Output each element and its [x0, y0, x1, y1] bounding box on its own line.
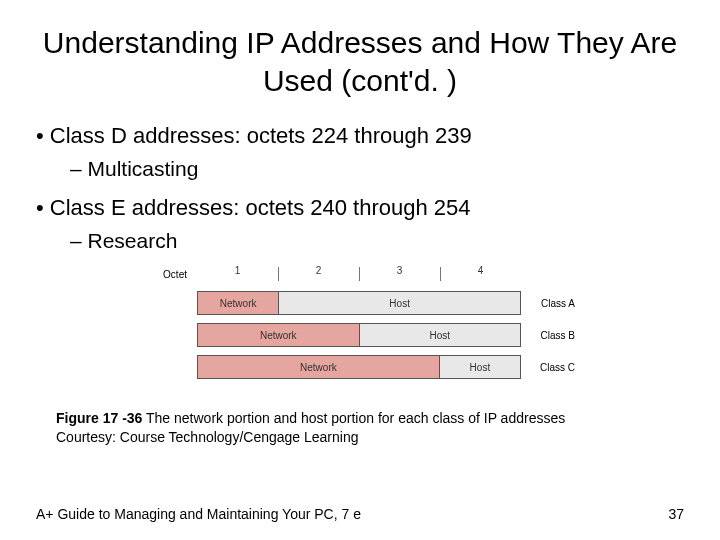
octet-4: 4 — [440, 265, 521, 283]
page-number: 37 — [668, 506, 684, 522]
class-c-label: Class C — [521, 355, 575, 379]
figure-caption-text: The network portion and host portion for… — [142, 410, 565, 426]
figure-credit: Courtesy: Course Technology/Cengage Lear… — [56, 429, 359, 445]
class-b-host: Host — [360, 324, 521, 346]
class-b-label: Class B — [521, 323, 575, 347]
bullet-list: Class D addresses: octets 224 through 23… — [36, 121, 684, 255]
class-c-network: Network — [198, 356, 440, 378]
octet-2: 2 — [278, 265, 359, 283]
slide-title: Understanding IP Addresses and How They … — [36, 24, 684, 99]
octet-numbers: 1 2 3 4 — [197, 265, 521, 283]
figure-caption: Figure 17 -36 The network portion and ho… — [36, 409, 684, 447]
ip-class-figure: Octet 1 2 3 4 Network Host Class A — [145, 265, 575, 379]
bullet-multicasting: Multicasting — [70, 155, 684, 183]
slide-footer: A+ Guide to Managing and Maintaining You… — [36, 506, 684, 522]
octet-header-row: Octet 1 2 3 4 — [145, 265, 575, 283]
class-c-host: Host — [440, 356, 520, 378]
class-b-network: Network — [198, 324, 360, 346]
class-b-row: Network Host Class B — [145, 323, 575, 347]
class-a-network: Network — [198, 292, 279, 314]
figure-number: Figure 17 -36 — [56, 410, 142, 426]
octet-3: 3 — [359, 265, 440, 283]
bullet-research: Research — [70, 227, 684, 255]
class-a-host: Host — [279, 292, 520, 314]
footer-source: A+ Guide to Managing and Maintaining You… — [36, 506, 361, 522]
class-c-row: Network Host Class C — [145, 355, 575, 379]
slide: Understanding IP Addresses and How They … — [0, 0, 720, 540]
bullet-class-e: Class E addresses: octets 240 through 25… — [36, 193, 684, 223]
class-a-label: Class A — [521, 291, 575, 315]
octet-label: Octet — [145, 269, 197, 280]
class-a-row: Network Host Class A — [145, 291, 575, 315]
octet-1: 1 — [197, 265, 278, 283]
bullet-class-d: Class D addresses: octets 224 through 23… — [36, 121, 684, 151]
